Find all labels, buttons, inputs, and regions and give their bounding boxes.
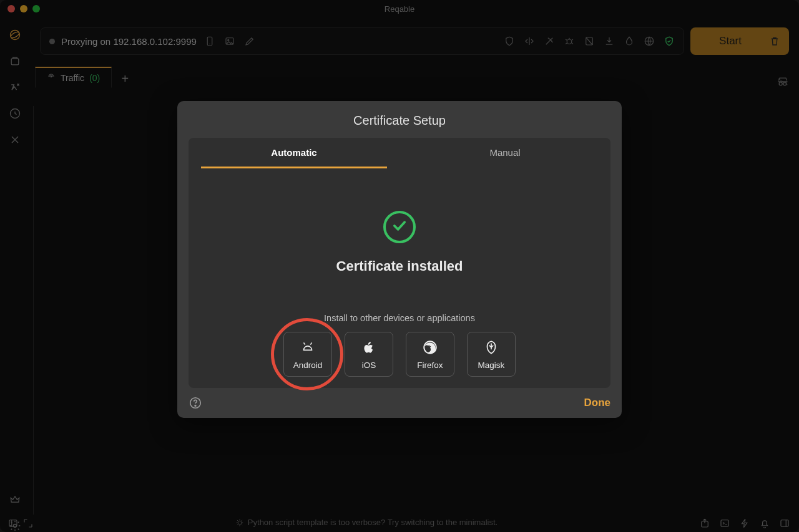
dialog-tab-automatic[interactable]: Automatic [189, 138, 400, 167]
svg-point-23 [195, 405, 196, 407]
modal-overlay: Certificate Setup Automatic Manual Certi… [0, 0, 799, 532]
install-other-text: Install to other devices or applications [324, 313, 475, 323]
device-android-label: Android [293, 360, 323, 370]
svg-point-20 [309, 347, 310, 349]
installed-heading: Certificate installed [336, 258, 463, 274]
dialog-title: Certificate Setup [177, 101, 622, 138]
device-firefox-button[interactable]: Firefox [406, 332, 454, 377]
svg-point-19 [305, 347, 306, 349]
device-ios-label: iOS [362, 360, 376, 370]
dialog-tab-manual[interactable]: Manual [400, 138, 610, 167]
device-ios-button[interactable]: iOS [345, 332, 393, 377]
device-firefox-label: Firefox [417, 360, 443, 370]
device-android-button[interactable]: Android [283, 332, 332, 377]
device-magisk-button[interactable]: Magisk [467, 332, 516, 377]
done-button[interactable]: Done [584, 397, 611, 409]
device-magisk-label: Magisk [478, 360, 505, 370]
certificate-setup-dialog: Certificate Setup Automatic Manual Certi… [177, 101, 622, 418]
help-icon[interactable] [189, 396, 202, 410]
check-circle-icon [383, 211, 416, 243]
